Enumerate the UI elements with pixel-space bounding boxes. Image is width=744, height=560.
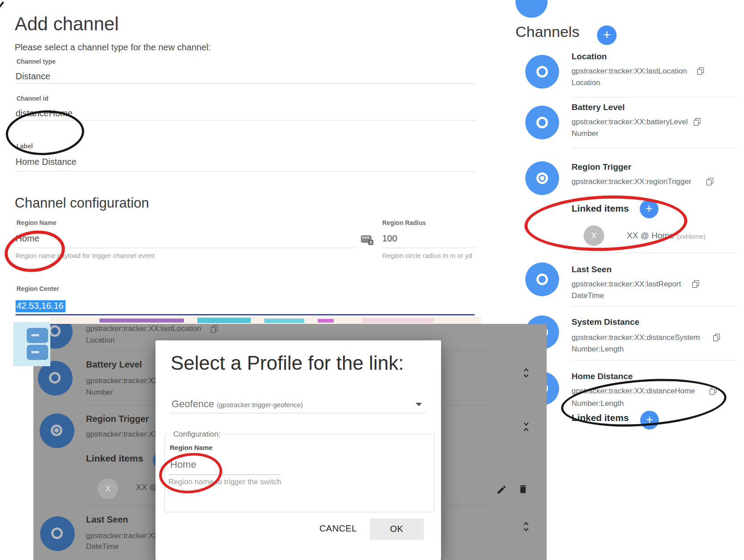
sliver-teal-shape2 [264,319,304,323]
channel-type: Number [86,388,113,397]
channel-state-icon [40,516,75,551]
channel-title: Last Seen [86,515,128,525]
region-name-helper: Region name payload for trigger channel … [16,252,155,259]
channel-title: Home Distance [572,372,633,381]
region-radius-underline [382,248,476,248]
channel-type-select[interactable]: Distance [16,71,50,82]
profile-select[interactable]: Geofence (gpstracker:trigger-geofence) [172,398,303,410]
region-center-input[interactable]: 42.53,16.16 [16,300,65,312]
channel-title: Battery Level [572,102,625,112]
profile-value: Geofence [172,398,214,409]
sliver-pale-shape [362,318,433,323]
copy-icon[interactable] [713,334,720,342]
delete-link-trash-icon[interactable] [518,484,528,495]
add-channel-button[interactable]: + [597,25,617,45]
divider [572,97,738,98]
channel-state-icon[interactable] [525,262,559,296]
map-widget-fragment [13,322,50,366]
divider [572,147,738,148]
copy-icon[interactable] [707,178,714,186]
dialog-region-name-input[interactable]: Home [170,459,196,470]
add-link-button[interactable]: + [640,411,659,429]
background-page-sliver [50,317,481,324]
channel-uri: gpstracker:tracker:XX:distanceHome [572,387,695,396]
map-zoom-in-button[interactable] [27,328,48,343]
dropdown-caret-icon[interactable] [416,403,422,406]
channel-type: DateTime [86,542,119,551]
channel-uri: gpstracker:tracker:XX:regionTrigger [572,177,691,186]
channel-type: Number [572,129,598,138]
region-name-underline [16,248,356,248]
copy-icon[interactable] [697,67,704,75]
channel-uri: gpstracker:tracker:XX:batteryLevel [572,118,688,127]
cancel-button[interactable]: CANCEL [312,519,364,538]
channel-trigger-icon [40,413,74,448]
channel-type: Number:Length [572,345,624,354]
dialog-title: Select a Profile for the link: [171,352,404,374]
channel-configuration-title: Channel configuration [15,195,149,211]
linked-item-label[interactable]: XX @ Home [627,231,674,241]
linked-items-heading: Linked items [572,203,629,214]
region-center-label: Region Center [16,285,59,292]
channel-title: Region Trigger [572,162,631,172]
channel-uri: gpstracker:tracker:XX:lastLocation [572,67,687,76]
copy-icon[interactable] [710,387,717,395]
channel-state-icon[interactable] [525,55,559,89]
sliver-teal-shape [197,318,251,323]
channel-title: Location [572,52,607,61]
channel-title: Battery Level [86,360,142,370]
channel-type-label: Channel type [16,58,56,65]
page-title: Add channel [15,13,119,35]
channel-trigger-icon[interactable] [525,161,559,195]
sliver-purple-text [99,319,184,323]
dialog-region-name-label: Region Name [170,444,213,451]
channel-id-label: Channel id [16,95,49,102]
annotation-red-ellipse-linked-item [523,193,688,254]
copy-icon[interactable] [692,280,699,288]
linked-items-heading: Linked items [86,453,143,464]
linked-items-heading: Linked items [572,413,629,423]
label-underline [16,171,476,172]
map-zoom-out-button[interactable] [27,345,48,360]
channel-id-underline [16,120,476,121]
divider [572,360,738,360]
label-input[interactable]: Home Distance [16,157,77,167]
sliver-pink-shape [318,319,334,323]
channel-state-icon[interactable] [525,106,559,139]
channel-type: Location [86,336,114,345]
channel-type: Location [572,78,600,87]
form-subtitle: Please select a channel type for the new… [15,42,211,53]
copy-icon[interactable] [694,118,701,126]
label-label: Label [16,143,33,150]
profile-uid: (gpstracker:trigger-geofence) [217,401,303,409]
channel-uri: gpstracker:tracker:XX:lastLocation [86,324,201,333]
reorder-fold-icon [522,420,530,433]
region-radius-helper: Region circle radius in m or yd [382,252,472,259]
region-radius-input[interactable]: 100 [382,233,397,244]
region-radius-label: Region Radius [382,219,426,226]
copy-icon [211,325,218,333]
channel-title: Region Trigger [86,414,149,424]
region-name-label: Region Name [16,219,56,226]
channel-id-input[interactable]: distanceHome [16,108,73,119]
divider [572,306,738,307]
corner-artifact [0,1,4,8]
channel-type-underline [16,83,476,84]
page: Add channel Please select a channel type… [0,0,744,560]
region-center-focus-underline [16,314,474,315]
linked-item-avatar: X [98,478,118,499]
channel-uri: gpstracker:tracker:XX:distanceSystem [572,333,700,342]
region-name-input[interactable]: Home [16,233,39,244]
linked-item-uid: (xxHome) [677,233,706,240]
channel-title: Last Seen [572,265,612,274]
linked-item-avatar[interactable]: X [584,225,604,246]
modal-backdrop[interactable]: gpstracker:tracker:XX:lastLocation Locat… [33,324,547,560]
ok-button[interactable]: OK [370,519,424,539]
reorder-unfold-icon [522,520,530,533]
edit-link-pencil-icon[interactable] [496,484,507,495]
select-profile-dialog: Select a Profile for the link: Geofence … [155,340,441,560]
autofill-extension-icon[interactable]: ••• 3 [361,235,372,243]
configuration-legend: Configuration: [171,430,223,439]
add-link-button[interactable]: + [640,200,658,218]
channel-type: Number:Length [572,399,624,408]
